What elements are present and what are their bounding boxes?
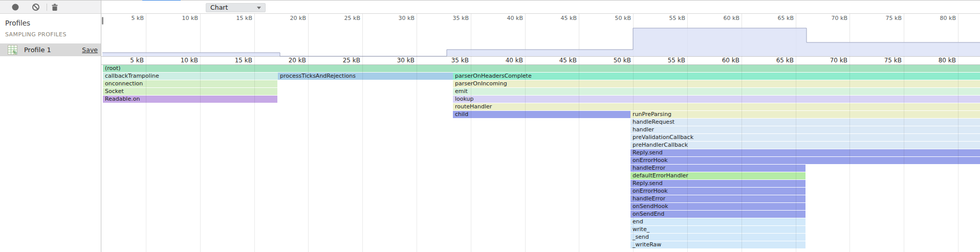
sidebar-title: Profiles: [5, 19, 30, 27]
flame-bar[interactable]: callbackTrampoline: [103, 73, 278, 80]
gridline: [254, 14, 255, 56]
flame-bar[interactable]: onErrorHook: [630, 157, 980, 164]
flame-bar[interactable]: onconnection: [103, 80, 277, 87]
flame-bar[interactable]: parserOnHeadersComplete: [453, 73, 980, 80]
flame-bar[interactable]: routeHandler: [453, 103, 980, 110]
flame-bar[interactable]: lookup: [453, 96, 980, 103]
flame-bar[interactable]: _writeRaw: [630, 241, 805, 248]
flame-bar[interactable]: handleError: [630, 165, 805, 172]
view-toolbar: Chart: [101, 1, 980, 14]
gridline: [471, 14, 471, 56]
clear-all-button[interactable]: [30, 2, 42, 13]
gridline: [471, 56, 471, 252]
view-mode-select-value: Chart: [210, 4, 228, 11]
gridline: [579, 14, 579, 56]
flame-bar[interactable]: onErrorHook: [630, 188, 805, 195]
profile-name: Profile 1: [24, 43, 51, 56]
gridline: [904, 14, 904, 56]
flame-bar[interactable]: handleRequest: [630, 119, 980, 126]
flame-bar[interactable]: end: [630, 218, 805, 225]
heap-profile-icon: %: [8, 45, 17, 57]
flame-bar[interactable]: write_: [630, 226, 805, 233]
svg-text:%: %: [13, 51, 17, 55]
gridline: [417, 14, 417, 56]
overview-scrollbar-thumb[interactable]: [102, 17, 103, 25]
flame-bar[interactable]: preHandlerCallback: [630, 142, 980, 149]
block-icon: [31, 3, 40, 12]
view-mode-select[interactable]: Chart: [206, 3, 266, 12]
overview-bottom-border: [101, 56, 980, 57]
gridline: [958, 14, 959, 56]
flame-bar[interactable]: handler: [630, 126, 980, 133]
flame-bar[interactable]: _send: [630, 234, 805, 241]
gridline: [146, 56, 146, 252]
gridline: [958, 56, 959, 252]
profiler-toolbar: [0, 1, 101, 14]
flame-bar[interactable]: Socket: [103, 88, 277, 95]
gridline: [525, 56, 526, 252]
flame-bar[interactable]: (root): [103, 65, 980, 72]
profile-item[interactable]: % Profile 1 Save: [0, 43, 101, 56]
gridline: [687, 14, 688, 56]
flame-bar[interactable]: Readable.on: [103, 96, 277, 103]
flame-bar[interactable]: emit: [453, 88, 980, 95]
trash-icon: [50, 3, 59, 12]
delete-profile-button[interactable]: [49, 2, 61, 13]
gridline: [796, 14, 796, 56]
flame-bar[interactable]: onSendEnd: [630, 211, 805, 218]
flame-bar[interactable]: onSendHook: [630, 203, 805, 210]
record-button[interactable]: [9, 2, 21, 13]
gridline: [525, 14, 526, 56]
gridline: [362, 14, 363, 56]
gridline: [579, 56, 579, 252]
gridline: [146, 14, 146, 56]
profiles-sidebar: Profiles SAMPLING PROFILES % Profile 1 S…: [0, 14, 101, 252]
gridline: [200, 14, 201, 56]
flame-bar[interactable]: child: [453, 111, 630, 118]
gridline: [904, 56, 904, 252]
gridline: [417, 56, 417, 252]
gridline: [633, 56, 634, 252]
chevron-down-icon: [257, 7, 261, 9]
flame-bar[interactable]: defaultErrorHandler: [630, 172, 805, 179]
gridline: [308, 14, 309, 56]
gridline: [850, 14, 850, 56]
gridline: [850, 56, 850, 252]
memory-profiler-panel: Chart Profiles SAMPLING PROFILES % Profi…: [0, 0, 980, 252]
toolbar-separator: [47, 4, 47, 11]
gridline: [742, 56, 742, 252]
gridline: [308, 56, 309, 252]
sampling-profiles-heading: SAMPLING PROFILES: [5, 31, 67, 38]
flame-bar[interactable]: Reply.send: [630, 180, 805, 187]
gridline: [362, 56, 363, 252]
gridline: [633, 14, 634, 56]
flame-bar[interactable]: runPreParsing: [630, 111, 980, 118]
record-icon: [11, 3, 20, 12]
flame-bar[interactable]: parserOnIncoming: [453, 80, 980, 87]
flame-bar[interactable]: preValidationCallback: [630, 134, 980, 141]
gridline: [796, 56, 796, 252]
flame-bar[interactable]: handleError: [630, 195, 805, 202]
flame-bar[interactable]: processTicksAndRejections: [278, 73, 453, 80]
gridline: [200, 56, 201, 252]
save-profile-link[interactable]: Save: [82, 43, 98, 56]
flame-bar[interactable]: Reply.send: [630, 149, 980, 156]
gridline: [254, 56, 255, 252]
gridline: [742, 14, 742, 56]
gridline: [687, 56, 688, 252]
